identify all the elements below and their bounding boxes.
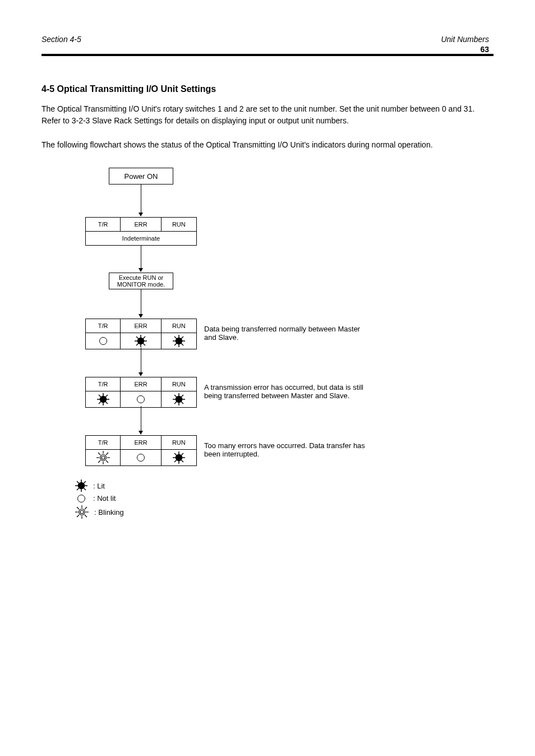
- arrow-head-icon: [139, 431, 143, 435]
- svg-line-7: [143, 336, 145, 339]
- t3-i2: [121, 391, 161, 407]
- svg-line-62: [84, 481, 86, 483]
- svg-point-36: [102, 456, 105, 459]
- svg-line-32: [174, 395, 177, 397]
- svg-point-46: [176, 455, 182, 461]
- legend-on: : Lit: [75, 480, 105, 492]
- flow-table-4: T/R ERR RUN: [85, 435, 197, 466]
- svg-line-42: [98, 453, 100, 455]
- t1-c2: ERR: [121, 218, 161, 231]
- svg-line-54: [174, 460, 177, 462]
- header-right: Unit Numbers: [441, 35, 489, 44]
- svg-line-26: [99, 402, 101, 404]
- led-off-icon: [99, 337, 107, 345]
- arrow: [141, 348, 141, 374]
- svg-line-73: [77, 515, 79, 517]
- t4-c3: RUN: [162, 436, 196, 449]
- led-blink-icon: [96, 451, 110, 464]
- svg-point-37: [100, 455, 106, 461]
- t2-c2: ERR: [121, 319, 161, 333]
- t2-c3: RUN: [162, 319, 196, 333]
- svg-line-23: [99, 395, 101, 397]
- t3-c3: RUN: [162, 377, 196, 391]
- led-off-icon: [77, 495, 85, 503]
- t4-i1: [86, 450, 121, 465]
- svg-line-44: [106, 453, 108, 455]
- flow-power-on-box: Power ON: [109, 168, 173, 185]
- page-heading: 4-5 Optical Transmitting I/O Unit Settin…: [41, 84, 494, 94]
- flow-side-4: Too many errors have occurred. Data tran…: [204, 441, 365, 458]
- svg-line-45: [98, 460, 100, 463]
- arrow-head-icon: [139, 372, 143, 376]
- svg-line-16: [181, 336, 183, 339]
- t2-i2: [121, 333, 161, 349]
- intro-text: The Optical Transmitting I/O Unit's rota…: [41, 103, 494, 127]
- t4-i2: [121, 450, 161, 465]
- t3-c2: ERR: [121, 377, 161, 391]
- t1-indeterminate: Indeterminate: [86, 232, 196, 245]
- svg-point-18: [100, 397, 106, 403]
- t3-i3: [162, 391, 196, 407]
- svg-line-71: [85, 515, 87, 517]
- arrow-head-icon: [139, 268, 143, 272]
- led-on-icon: [173, 335, 185, 347]
- t2-c1: T/R: [86, 319, 121, 333]
- led-blink-icon: [75, 505, 89, 519]
- svg-line-5: [136, 336, 139, 339]
- t3-c1: T/R: [86, 377, 121, 391]
- page-number: 63: [480, 45, 489, 54]
- svg-line-34: [181, 395, 183, 397]
- arrow: [141, 185, 141, 214]
- flow-table-2: T/R ERR RUN: [85, 319, 197, 349]
- svg-point-55: [79, 483, 85, 489]
- t2-i3: [162, 333, 196, 349]
- svg-line-15: [181, 343, 183, 345]
- led-off-icon: [137, 395, 145, 403]
- legend-blink: : Blinking: [75, 505, 124, 519]
- svg-point-65: [79, 509, 85, 515]
- led-on-icon: [173, 451, 185, 464]
- led-on-icon: [173, 393, 185, 405]
- t2-i1: [86, 333, 121, 349]
- svg-point-0: [138, 338, 144, 344]
- svg-line-52: [181, 460, 183, 462]
- legend-blink-label: : Blinking: [94, 508, 124, 517]
- t3-i1: [86, 391, 121, 407]
- svg-line-6: [143, 343, 145, 345]
- flow-intro-text: The following flowchart shows the status…: [41, 139, 494, 151]
- svg-point-9: [176, 338, 182, 344]
- arrow: [141, 406, 141, 432]
- led-on-icon: [75, 480, 87, 492]
- arrow: [141, 289, 141, 315]
- svg-line-53: [181, 453, 183, 455]
- flow-side-3: A transmission error has occurred, but d…: [204, 383, 363, 400]
- svg-point-64: [80, 510, 84, 514]
- t4-c2: ERR: [121, 436, 161, 449]
- svg-line-17: [174, 343, 177, 345]
- led-on-icon: [135, 335, 147, 347]
- svg-line-14: [174, 336, 177, 339]
- led-on-icon: [97, 393, 109, 405]
- flow-run-box: Execute RUN or MONITOR mode.: [109, 273, 173, 289]
- t4-c1: T/R: [86, 436, 121, 449]
- flow-table-1: T/R ERR RUN Indeterminate: [85, 217, 197, 246]
- svg-point-27: [176, 397, 182, 403]
- arrow-head-icon: [139, 213, 143, 216]
- svg-line-70: [77, 507, 79, 509]
- flow-run-label: Execute RUN or MONITOR mode.: [109, 274, 173, 288]
- flow-power-on-label: Power ON: [124, 172, 158, 181]
- arrow: [141, 245, 141, 269]
- header-rule: [41, 54, 494, 56]
- svg-line-63: [77, 488, 79, 490]
- t4-i3: [162, 450, 196, 465]
- svg-line-8: [136, 343, 139, 345]
- legend-off: : Not lit: [75, 494, 116, 503]
- svg-line-24: [105, 402, 108, 404]
- flow-side-2: Data being transferred normally between …: [204, 325, 360, 342]
- svg-line-25: [105, 395, 108, 397]
- led-off-icon: [137, 454, 145, 462]
- svg-line-60: [77, 481, 79, 483]
- header-section: Section 4-5: [41, 35, 494, 44]
- svg-line-51: [174, 453, 177, 455]
- svg-line-61: [84, 488, 86, 490]
